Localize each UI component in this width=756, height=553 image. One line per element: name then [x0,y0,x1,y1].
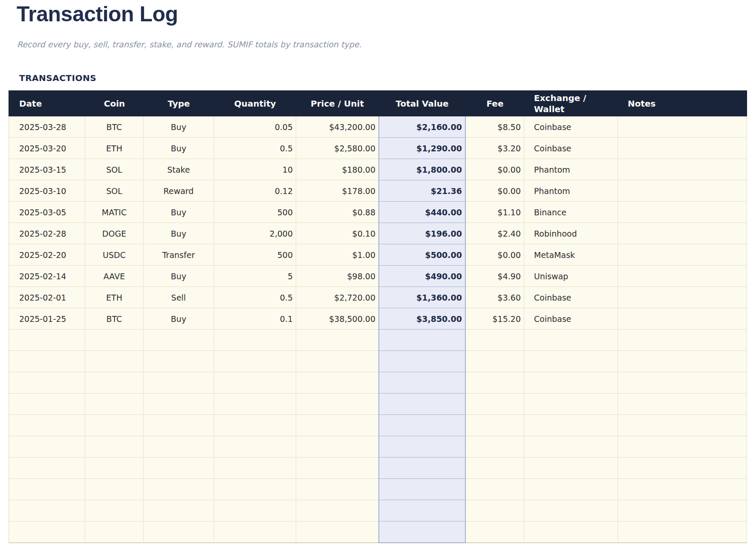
empty-cell-exchange[interactable] [524,415,618,436]
empty-cell-date[interactable] [9,457,85,479]
empty-cell-type[interactable] [144,351,214,372]
empty-cell-date[interactable] [9,372,85,394]
cell-quantity[interactable]: 10 [214,159,296,180]
empty-cell-notes[interactable] [618,372,747,394]
empty-cell-total[interactable] [378,372,466,394]
empty-cell-notes[interactable] [618,330,747,351]
empty-cell-exchange[interactable] [524,436,618,457]
empty-cell-exchange[interactable] [524,394,618,415]
cell-fee[interactable]: $8.50 [466,116,524,138]
cell-exchange[interactable]: Binance [524,202,618,223]
cell-fee[interactable]: $1.10 [466,202,524,223]
empty-cell-date[interactable] [9,330,85,351]
cell-type[interactable]: Buy [144,116,214,138]
cell-fee[interactable]: $4.90 [466,266,524,287]
empty-cell-fee[interactable] [466,415,524,436]
empty-cell-notes[interactable] [618,351,747,372]
cell-quantity[interactable]: 0.5 [214,138,296,159]
empty-cell-total[interactable] [378,394,466,415]
cell-total[interactable]: $1,360.00 [378,287,466,308]
empty-cell-notes[interactable] [618,521,747,543]
cell-date[interactable]: 2025-02-20 [9,244,85,266]
empty-cell-type[interactable] [144,479,214,500]
empty-cell-notes[interactable] [618,436,747,457]
empty-cell-fee[interactable] [466,351,524,372]
cell-type[interactable]: Sell [144,287,214,308]
cell-notes[interactable] [618,180,747,202]
cell-notes[interactable] [618,266,747,287]
empty-cell-price[interactable] [296,351,378,372]
empty-cell-total[interactable] [378,521,466,543]
empty-cell-notes[interactable] [618,479,747,500]
empty-cell-price[interactable] [296,436,378,457]
cell-exchange[interactable]: Coinbase [524,308,618,330]
cell-price[interactable]: $98.00 [296,266,378,287]
cell-type[interactable]: Buy [144,202,214,223]
cell-total[interactable]: $500.00 [378,244,466,266]
empty-cell-exchange[interactable] [524,479,618,500]
empty-cell-quantity[interactable] [214,479,296,500]
cell-total[interactable]: $3,850.00 [378,308,466,330]
empty-cell-price[interactable] [296,330,378,351]
empty-cell-type[interactable] [144,457,214,479]
cell-coin[interactable]: ETH [85,138,144,159]
cell-coin[interactable]: AAVE [85,266,144,287]
empty-cell-coin[interactable] [85,330,144,351]
cell-exchange[interactable]: Phantom [524,180,618,202]
empty-cell-type[interactable] [144,521,214,543]
cell-quantity[interactable]: 500 [214,202,296,223]
cell-price[interactable]: $0.10 [296,223,378,244]
empty-cell-total[interactable] [378,330,466,351]
empty-cell-price[interactable] [296,457,378,479]
cell-type[interactable]: Buy [144,266,214,287]
cell-coin[interactable]: BTC [85,308,144,330]
empty-cell-exchange[interactable] [524,372,618,394]
empty-cell-price[interactable] [296,372,378,394]
cell-exchange[interactable]: Phantom [524,159,618,180]
empty-cell-notes[interactable] [618,415,747,436]
empty-cell-notes[interactable] [618,457,747,479]
cell-total[interactable]: $440.00 [378,202,466,223]
cell-exchange[interactable]: Coinbase [524,287,618,308]
cell-notes[interactable] [618,116,747,138]
cell-coin[interactable]: SOL [85,159,144,180]
empty-cell-type[interactable] [144,415,214,436]
cell-date[interactable]: 2025-01-25 [9,308,85,330]
empty-cell-exchange[interactable] [524,521,618,543]
cell-notes[interactable] [618,202,747,223]
cell-fee[interactable]: $0.00 [466,180,524,202]
cell-exchange[interactable]: Robinhood [524,223,618,244]
empty-cell-type[interactable] [144,330,214,351]
empty-cell-quantity[interactable] [214,457,296,479]
cell-total[interactable]: $490.00 [378,266,466,287]
empty-cell-price[interactable] [296,479,378,500]
empty-cell-total[interactable] [378,500,466,521]
cell-exchange[interactable]: Coinbase [524,138,618,159]
cell-price[interactable]: $43,200.00 [296,116,378,138]
cell-exchange[interactable]: Coinbase [524,116,618,138]
empty-cell-fee[interactable] [466,500,524,521]
cell-date[interactable]: 2025-03-15 [9,159,85,180]
cell-quantity[interactable]: 0.12 [214,180,296,202]
empty-cell-date[interactable] [9,500,85,521]
empty-cell-quantity[interactable] [214,500,296,521]
cell-total[interactable]: $1,290.00 [378,138,466,159]
cell-coin[interactable]: USDC [85,244,144,266]
cell-coin[interactable]: MATIC [85,202,144,223]
empty-cell-quantity[interactable] [214,372,296,394]
empty-cell-quantity[interactable] [214,330,296,351]
empty-cell-coin[interactable] [85,436,144,457]
empty-cell-date[interactable] [9,394,85,415]
empty-cell-date[interactable] [9,521,85,543]
cell-total[interactable]: $21.36 [378,180,466,202]
cell-fee[interactable]: $0.00 [466,244,524,266]
cell-quantity[interactable]: 5 [214,266,296,287]
empty-cell-fee[interactable] [466,372,524,394]
empty-cell-total[interactable] [378,479,466,500]
cell-exchange[interactable]: MetaMask [524,244,618,266]
empty-cell-exchange[interactable] [524,330,618,351]
empty-cell-total[interactable] [378,436,466,457]
empty-cell-type[interactable] [144,436,214,457]
empty-cell-price[interactable] [296,500,378,521]
cell-quantity[interactable]: 500 [214,244,296,266]
